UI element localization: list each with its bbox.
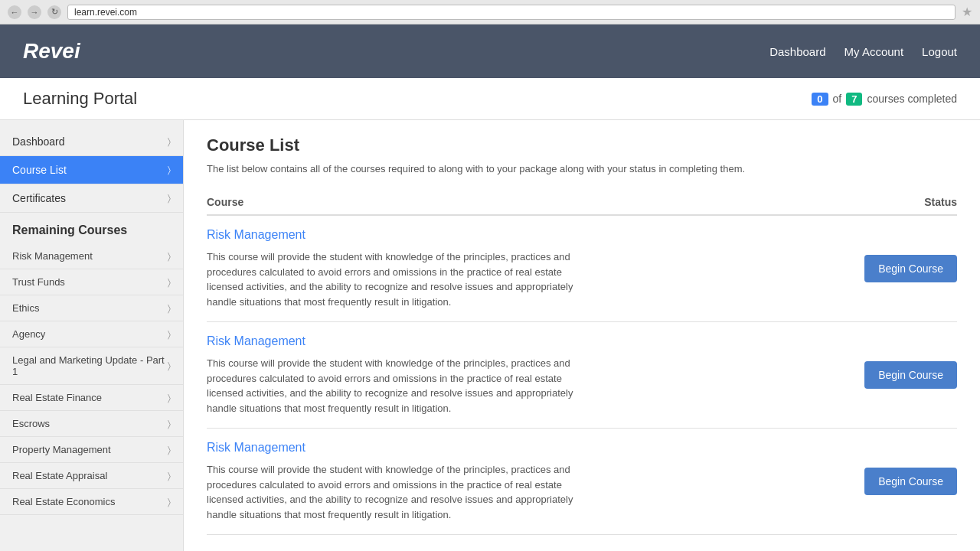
url-bar[interactable]: learn.revei.com xyxy=(67,5,956,20)
col-course: Course xyxy=(207,196,243,208)
begin-course-button[interactable]: Begin Course xyxy=(864,361,957,389)
sidebar-sub-risk-management[interactable]: Risk Management 〉 xyxy=(0,243,183,269)
content-area: Course List The list below contains all … xyxy=(184,120,980,551)
refresh-button[interactable]: ↻ xyxy=(47,5,61,19)
site-logo: Revei xyxy=(23,39,80,64)
course-item: Risk Management This course will provide… xyxy=(207,429,957,535)
course-desc: This course will provide the student wit… xyxy=(207,356,590,416)
course-item-inner: Risk Management This course will provide… xyxy=(207,441,957,522)
chevron-right-icon: 〉 xyxy=(168,419,171,429)
chevron-right-icon: 〉 xyxy=(168,329,171,340)
course-item-inner: Risk Management This course will provide… xyxy=(207,228,957,309)
nav-my-account[interactable]: My Account xyxy=(844,45,904,58)
course-name[interactable]: Risk Management xyxy=(207,228,841,242)
chevron-right-icon: 〉 xyxy=(168,471,171,481)
nav-logout[interactable]: Logout xyxy=(922,45,957,58)
course-desc: This course will provide the student wit… xyxy=(207,249,590,309)
sidebar-sub-agency[interactable]: Agency 〉 xyxy=(0,321,183,347)
sidebar-sub-real-estate-finance[interactable]: Real Estate Finance 〉 xyxy=(0,385,183,411)
nav-links: Dashboard My Account Logout xyxy=(769,45,957,58)
sub-label: Real Estate Appraisal xyxy=(12,470,107,481)
sub-label: Real Estate Finance xyxy=(12,392,102,403)
chevron-right-icon: 〉 xyxy=(168,277,171,288)
chevron-right-icon: 〉 xyxy=(168,393,171,403)
sub-label: Legal and Marketing Update - Part 1 xyxy=(12,354,168,377)
course-info: Risk Management This course will provide… xyxy=(207,334,841,416)
sub-label: Property Management xyxy=(12,444,111,455)
sidebar-course-list-label: Course List xyxy=(12,164,67,176)
course-name[interactable]: Risk Management xyxy=(207,441,841,455)
course-name[interactable]: Risk Management xyxy=(207,334,841,348)
course-table-header: Course Status xyxy=(207,190,957,216)
sidebar-sub-ethics[interactable]: Ethics 〉 xyxy=(0,295,183,321)
sub-label: Trust Funds xyxy=(12,276,65,288)
begin-course-button[interactable]: Begin Course xyxy=(864,468,957,495)
completed-label: courses completed xyxy=(867,93,957,105)
nav-dashboard[interactable]: Dashboard xyxy=(769,45,825,58)
sidebar-sub-property-management[interactable]: Property Management 〉 xyxy=(0,437,183,463)
chevron-right-icon: 〉 xyxy=(168,193,171,204)
forward-button[interactable]: → xyxy=(28,5,41,19)
page-header: Learning Portal 0 of 7 courses completed xyxy=(0,78,980,120)
course-info: Risk Management This course will provide… xyxy=(207,228,841,309)
chevron-right-icon: 〉 xyxy=(168,497,171,507)
bookmark-icon[interactable]: ★ xyxy=(962,5,972,19)
top-nav: Revei Dashboard My Account Logout xyxy=(0,24,980,78)
sidebar-certificates-label: Certificates xyxy=(12,192,66,204)
remaining-courses-title: Remaining Courses xyxy=(0,213,183,243)
chevron-right-icon: 〉 xyxy=(168,136,171,147)
sidebar-item-dashboard[interactable]: Dashboard 〉 xyxy=(0,128,183,156)
chevron-right-icon: 〉 xyxy=(168,445,171,455)
courses-progress: 0 of 7 courses completed xyxy=(812,93,957,106)
chevron-right-icon: 〉 xyxy=(168,251,171,262)
content-description: The list below contains all of the cours… xyxy=(207,163,957,174)
back-button[interactable]: ← xyxy=(8,5,21,19)
course-item: Risk Management This course will provide… xyxy=(207,322,957,429)
course-info: Risk Management This course will provide… xyxy=(207,441,841,522)
sub-label: Escrows xyxy=(12,418,50,429)
sidebar-sub-escrows[interactable]: Escrows 〉 xyxy=(0,411,183,437)
completed-count: 0 xyxy=(812,93,828,106)
browser-bar: ← → ↻ learn.revei.com ★ xyxy=(0,0,980,24)
course-item-inner: Risk Management This course will provide… xyxy=(207,334,957,416)
sub-label: Real Estate Economics xyxy=(12,496,115,507)
total-count: 7 xyxy=(846,93,862,106)
begin-course-button[interactable]: Begin Course xyxy=(864,255,957,282)
chevron-right-icon: 〉 xyxy=(168,303,171,314)
sidebar-sub-real-estate-appraisal[interactable]: Real Estate Appraisal 〉 xyxy=(0,463,183,489)
sidebar-sub-trust-funds[interactable]: Trust Funds 〉 xyxy=(0,269,183,295)
sidebar: Dashboard 〉 Course List 〉 Certificates 〉… xyxy=(0,120,184,551)
main-layout: Dashboard 〉 Course List 〉 Certificates 〉… xyxy=(0,120,980,551)
course-item: Risk Management This course will provide… xyxy=(207,216,957,322)
chevron-right-icon: 〉 xyxy=(168,360,171,371)
col-status: Status xyxy=(924,196,957,208)
course-desc: This course will provide the student wit… xyxy=(207,462,590,522)
of-label: of xyxy=(833,93,842,105)
sidebar-dashboard-label: Dashboard xyxy=(12,135,65,148)
sub-label: Ethics xyxy=(12,302,39,314)
sub-label: Risk Management xyxy=(12,250,93,262)
content-title: Course List xyxy=(207,135,957,155)
sidebar-item-course-list[interactable]: Course List 〉 xyxy=(0,156,183,184)
page-title: Learning Portal xyxy=(23,89,137,109)
chevron-right-icon: 〉 xyxy=(168,165,171,175)
sub-label: Agency xyxy=(12,328,45,340)
sidebar-item-certificates[interactable]: Certificates 〉 xyxy=(0,184,183,213)
sidebar-sub-real-estate-economics[interactable]: Real Estate Economics 〉 xyxy=(0,489,183,515)
sidebar-sub-legal-marketing[interactable]: Legal and Marketing Update - Part 1 〉 xyxy=(0,347,183,385)
